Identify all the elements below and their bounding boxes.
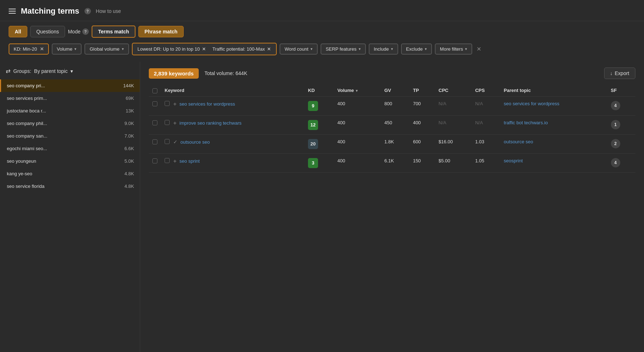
tab-questions[interactable]: Questions (30, 26, 65, 37)
hamburger-icon[interactable] (9, 9, 16, 14)
sf-badge-2: 2 (611, 139, 620, 148)
sidebar-item-7[interactable]: kang ye-seo 4.8K (0, 167, 140, 180)
td-cpc-1: N/A (435, 115, 472, 134)
td-cpc-3: $5.00 (435, 153, 472, 172)
export-button[interactable]: ↓ Export (604, 68, 635, 79)
lowest-dr-filter[interactable]: Lowest DR: Up to 20 in top 10 ✕ (135, 45, 209, 53)
row-kw-checkbox-1[interactable] (165, 120, 170, 125)
row-checkbox-2[interactable] (152, 139, 157, 144)
td-tp-0: 700 (409, 96, 435, 115)
row-kw-checkbox-2[interactable] (165, 139, 170, 144)
th-kd: KD (304, 85, 334, 96)
parent-topic-link-3[interactable]: seosprint (504, 158, 523, 163)
table-row: +improve seo ranking techwars12400450400… (149, 115, 635, 134)
row-checkbox-0[interactable] (152, 101, 157, 106)
th-volume[interactable]: Volume ▾ (334, 85, 381, 96)
th-select-all[interactable] (149, 85, 161, 96)
td-tp-3: 150 (409, 153, 435, 172)
row-checkbox-1[interactable] (152, 120, 157, 125)
kd-filter[interactable]: KD: Min-20 ✕ (9, 43, 49, 55)
row-checkbox-3[interactable] (152, 158, 157, 163)
summary-bar: 2,839 keywords Total volume: 644K ↓ Expo… (149, 68, 635, 79)
keyword-link-0[interactable]: seo services for wordpress (179, 101, 235, 107)
keyword-link-2[interactable]: outsource seo (180, 139, 210, 145)
clear-all-filters[interactable]: ✕ (477, 46, 481, 52)
sidebar-item-count-1: 69K (126, 96, 134, 101)
tab-terms-match[interactable]: Terms match (92, 26, 135, 38)
sidebar-item-count-0: 144K (123, 83, 134, 88)
traffic-potential-close[interactable]: ✕ (267, 46, 271, 52)
right-content: 2,839 keywords Total volume: 644K ↓ Expo… (140, 62, 644, 352)
td-volume-0: 400 (334, 96, 381, 115)
td-volume-3: 400 (334, 153, 381, 172)
kd-filter-close[interactable]: ✕ (40, 46, 44, 52)
sidebar-item-3[interactable]: seo company phil... 9.0K (0, 117, 140, 130)
td-gv-3: 6.1K (381, 153, 409, 172)
th-tp: TP (409, 85, 435, 96)
sidebar-item-0[interactable]: seo company pri... 144K (0, 79, 140, 92)
mode-help-icon[interactable]: ? (82, 28, 89, 35)
keywords-count-badge: 2,839 keywords (149, 68, 199, 79)
header: Matching terms ? How to use (0, 0, 644, 21)
row-kw-checkbox-3[interactable] (165, 158, 170, 163)
more-filters[interactable]: More filters ▾ (435, 43, 472, 55)
row-kw-checkbox-0[interactable] (165, 101, 170, 106)
td-cps-0: N/A (472, 96, 500, 115)
exclude-arrow: ▾ (425, 47, 427, 51)
parent-topic-link-1[interactable]: traffic bot techwars.io (504, 120, 548, 125)
volume-sort-arrow: ▾ (356, 89, 358, 93)
select-all-checkbox[interactable] (152, 88, 157, 93)
sidebar-item-name-5: egochi miami seo... (7, 146, 124, 151)
sliders-icon: ⇄ (6, 68, 10, 74)
keyword-link-3[interactable]: seo sprint (179, 158, 199, 165)
lowest-dr-close[interactable]: ✕ (202, 46, 206, 52)
download-icon: ↓ (610, 70, 613, 76)
th-parent-topic: Parent topic (500, 85, 607, 96)
sidebar-item-8[interactable]: seo service florida 4.8K (0, 180, 140, 193)
global-volume-filter[interactable]: Global volume ▾ (84, 43, 129, 55)
row-check-icon-2[interactable]: ✓ (173, 139, 178, 145)
sidebar-item-count-7: 4.8K (124, 171, 134, 176)
parent-topic-link-0[interactable]: seo services for wordpress (504, 101, 560, 106)
sidebar-item-1[interactable]: seo services prim... 69K (0, 92, 140, 105)
volume-arrow: ▾ (74, 47, 77, 51)
sidebar-item-4[interactable]: seo company san... 7.0K (0, 130, 140, 142)
th-keyword: Keyword (161, 85, 304, 96)
sf-badge-0: 4 (611, 101, 620, 110)
td-cps-2: 1.03 (472, 134, 500, 153)
td-gv-0: 800 (381, 96, 409, 115)
sidebar-item-5[interactable]: egochi miami seo... 6.6K (0, 142, 140, 155)
include-arrow: ▾ (391, 47, 393, 51)
parent-topic-link-2[interactable]: outsource seo (504, 139, 533, 144)
sidebar-item-6[interactable]: seo youngeun 5.0K (0, 155, 140, 167)
sidebar-item-count-5: 6.6K (124, 146, 134, 151)
tab-phrase-match[interactable]: Phrase match (138, 26, 184, 37)
word-count-filter[interactable]: Word count ▾ (280, 43, 318, 55)
sidebar-item-name-3: seo company phil... (7, 121, 124, 126)
sidebar-dropdown-arrow: ▾ (70, 68, 73, 74)
traffic-potential-filter[interactable]: Traffic potential: 100-Max ✕ (210, 45, 274, 53)
volume-filter[interactable]: Volume ▾ (52, 43, 82, 55)
include-filter[interactable]: Include ▾ (369, 43, 398, 55)
help-icon[interactable]: ? (84, 8, 91, 14)
tab-all[interactable]: All (9, 26, 27, 37)
kd-badge-3: 3 (308, 158, 318, 168)
sidebar-item-name-4: seo company san... (7, 133, 124, 139)
sidebar-groups-header[interactable]: ⇄ Groups: By parent topic ▾ (0, 68, 140, 79)
exclude-filter[interactable]: Exclude ▾ (401, 43, 432, 55)
more-filters-arrow: ▾ (465, 47, 467, 51)
td-tp-1: 400 (409, 115, 435, 134)
serp-features-filter[interactable]: SERP features ▾ (321, 43, 366, 55)
table-row: +seo services for wordpress9400800700N/A… (149, 96, 635, 115)
global-volume-arrow: ▾ (122, 47, 124, 51)
row-add-icon-1[interactable]: + (173, 120, 176, 126)
serp-features-arrow: ▾ (359, 47, 361, 51)
sidebar-item-2[interactable]: justoctane boca r... 13K (0, 105, 140, 117)
row-add-icon-0[interactable]: + (173, 101, 176, 107)
sf-badge-1: 1 (611, 120, 620, 129)
sidebar-groups-label: Groups: (13, 68, 31, 74)
row-add-icon-3[interactable]: + (173, 158, 176, 165)
keyword-link-1[interactable]: improve seo ranking techwars (179, 120, 242, 126)
how-to-use-link[interactable]: How to use (96, 8, 121, 14)
th-sf: SF (607, 85, 635, 96)
